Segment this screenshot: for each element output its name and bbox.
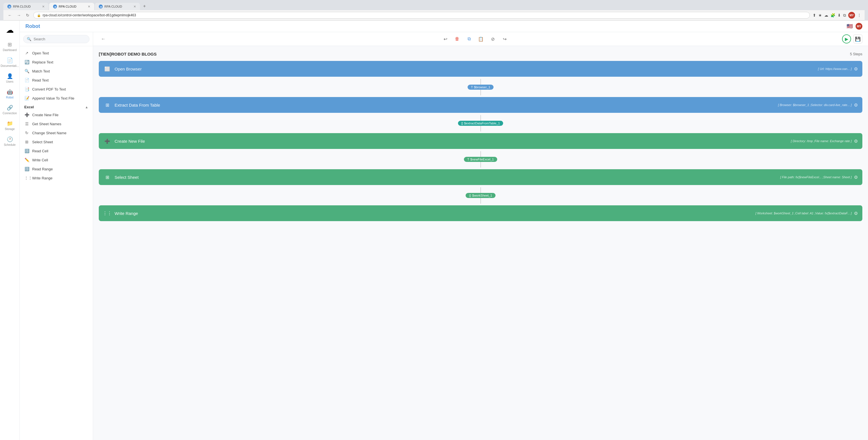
- read-cell-label: Read Cell: [32, 149, 48, 153]
- panel-item-convert-pdf[interactable]: 📑 Convert PDF To Text: [20, 85, 93, 94]
- back-button[interactable]: ←: [7, 12, 13, 18]
- read-range-label: Read Range: [32, 167, 53, 171]
- reload-button[interactable]: ↻: [25, 12, 30, 18]
- panel-list: ↗ Open Text 🔄 Replace Text 🔍 Match Text …: [20, 46, 93, 440]
- sidebar-item-connection[interactable]: 🔗 Connection: [1, 102, 18, 117]
- connector-3: T $newFileExcel_1: [99, 150, 862, 169]
- panel-item-match-text[interactable]: 🔍 Match Text: [20, 67, 93, 75]
- search-box[interactable]: 🔍: [23, 35, 89, 43]
- sidebar-item-storage[interactable]: 📁 Storage: [1, 118, 18, 133]
- sidebar-item-dashboard[interactable]: ⊞ Dashboard: [1, 39, 18, 54]
- sidebar-nav: ☁ ⊞ Dashboard 📄 Documentati... 👤 Users 🤖…: [0, 21, 20, 440]
- menu-icon[interactable]: ⋮: [857, 13, 861, 18]
- toolbar-left: ←: [99, 34, 108, 43]
- extract-data-name: Extract Data From Table: [115, 103, 778, 107]
- download-page-icon[interactable]: ⬆: [813, 13, 816, 18]
- tab-2[interactable]: RPA CLOUD ✕: [49, 3, 94, 10]
- flow-toolbar: ← ↩ 🗑 ⧉ 📋 ⊘ ↪ ▶ 💾: [93, 32, 868, 46]
- tab-1[interactable]: RPA CLOUD ✕: [3, 3, 49, 10]
- open-browser-icon: ⬜: [103, 65, 111, 73]
- delete-button[interactable]: 🗑: [453, 34, 462, 43]
- panel-item-select-sheet[interactable]: ⊞ Select Sheet: [20, 137, 93, 146]
- step-write-range-header[interactable]: ⋮⋮ Write Range [ Worksheet: $workSheet_1…: [99, 205, 862, 221]
- panel-item-change-sheet-name[interactable]: ↻ Change Sheet Name: [20, 128, 93, 137]
- run-button[interactable]: ▶: [842, 34, 851, 43]
- create-new-file-label: Create New File: [32, 113, 58, 117]
- flow-area: ← ↩ 🗑 ⧉ 📋 ⊘ ↪ ▶ 💾: [93, 32, 868, 440]
- panel-item-get-sheet-names[interactable]: ☰ Get Sheet Names: [20, 119, 93, 128]
- forward-button[interactable]: →: [16, 12, 22, 18]
- copy-button[interactable]: ⧉: [464, 34, 473, 43]
- open-browser-settings-icon[interactable]: ⚙: [854, 66, 858, 72]
- user-profile-avatar[interactable]: MY: [856, 23, 862, 30]
- dashboard-icon: ⊞: [8, 41, 12, 48]
- replace-text-label: Replace Text: [32, 60, 53, 64]
- save-button[interactable]: 💾: [853, 34, 862, 43]
- block-button[interactable]: ⊘: [488, 34, 497, 43]
- read-range-icon: 🔠: [24, 167, 29, 171]
- sidebar-label-users: Users: [6, 80, 13, 83]
- step-extract-data-header[interactable]: ⊞ Extract Data From Table [ Browser: $br…: [99, 97, 862, 113]
- paste-button[interactable]: 📋: [476, 34, 485, 43]
- sidebar-item-users[interactable]: 👤 Users: [1, 71, 18, 86]
- puzzle-icon[interactable]: 🧩: [831, 13, 835, 18]
- excel-section-toggle[interactable]: ▲: [85, 105, 88, 109]
- badge-text-1: $browser_1: [474, 86, 490, 89]
- replace-text-icon: 🔄: [24, 60, 29, 64]
- schedule-icon: 🕐: [7, 136, 13, 143]
- sidebar-item-robot[interactable]: 🤖 Robot: [1, 87, 18, 101]
- badge-type-3: T: [467, 158, 469, 161]
- write-range-step-params: [ Worksheet: $workSheet_1 ;Cell label: A…: [755, 212, 851, 215]
- panel-item-open-text[interactable]: ↗ Open Text: [20, 49, 93, 58]
- panel-item-read-cell[interactable]: 🔠 Read Cell: [20, 146, 93, 155]
- append-value-icon: 📝: [24, 96, 29, 100]
- undo-button[interactable]: ↩: [441, 34, 450, 43]
- split-screen-icon[interactable]: ⧉: [843, 13, 846, 18]
- create-file-settings-icon[interactable]: ⚙: [854, 138, 858, 144]
- tab-close-2[interactable]: ✕: [88, 5, 90, 8]
- open-text-icon: ↗: [24, 51, 29, 55]
- step-select-sheet-header[interactable]: ⊞ Select Sheet [ File path: fx($newFileE…: [99, 169, 862, 185]
- sidebar-label-connection: Connection: [3, 112, 17, 115]
- tab-favicon-2: [53, 4, 57, 8]
- tab-close-1[interactable]: ✕: [42, 5, 44, 8]
- connector-line-4: [480, 187, 481, 193]
- language-flag[interactable]: 🇺🇸: [846, 23, 853, 29]
- url-bar[interactable]: 🔒 rpa-cloud.io/control-center/workspace/…: [33, 12, 810, 19]
- back-to-list-button[interactable]: ←: [99, 34, 108, 43]
- search-input[interactable]: [34, 37, 86, 41]
- sidebar-item-documentation[interactable]: 📄 Documentati...: [1, 55, 18, 70]
- bookmark-icon[interactable]: ★: [818, 13, 822, 18]
- panel-item-create-new-file[interactable]: ➕ Create New File: [20, 110, 93, 119]
- badge-type-4: {}: [469, 194, 471, 197]
- cloud-icon[interactable]: ☁: [824, 13, 828, 18]
- write-range-settings-icon[interactable]: ⚙: [854, 211, 858, 216]
- tab-close-3[interactable]: ✕: [133, 5, 136, 8]
- sidebar-item-schedule[interactable]: 🕐 Schedule: [1, 134, 18, 149]
- tab-favicon-1: [7, 4, 11, 8]
- panel-item-read-text[interactable]: 📄 Read Text: [20, 75, 93, 85]
- select-sheet-settings-icon[interactable]: ⚙: [854, 175, 858, 180]
- new-tab-button[interactable]: +: [141, 2, 148, 10]
- change-sheet-name-icon: ↻: [24, 131, 29, 135]
- create-new-file-icon: ➕: [24, 113, 29, 117]
- tab-title-3: RPA CLOUD: [104, 5, 132, 8]
- step-create-file-header[interactable]: ➕ Create New File [ Directory: /tmp ;Fil…: [99, 133, 862, 149]
- create-file-name: Create New File: [115, 139, 791, 144]
- extract-data-settings-icon[interactable]: ⚙: [854, 102, 858, 108]
- header-actions: 🇺🇸 MY: [846, 23, 862, 30]
- extract-data-icon: ⊞: [103, 101, 111, 109]
- tab-title-2: RPA CLOUD: [59, 5, 86, 8]
- panel-item-write-range[interactable]: ⋮⋮ Write Range: [20, 174, 93, 183]
- tab-3[interactable]: RPA CLOUD ✕: [95, 3, 140, 10]
- redo-button[interactable]: ↪: [500, 34, 509, 43]
- panel-item-write-cell[interactable]: ✏️ Write Cell: [20, 155, 93, 164]
- panel-item-read-range[interactable]: 🔠 Read Range: [20, 164, 93, 174]
- output-badge-browser: T $browser_1: [468, 85, 494, 90]
- step-open-browser-header[interactable]: ⬜ Open Browser [ Url: https://www.oan...…: [99, 61, 862, 77]
- sidebar-label-dashboard: Dashboard: [3, 49, 17, 52]
- panel-item-replace-text[interactable]: 🔄 Replace Text: [20, 58, 93, 67]
- panel-item-append-value[interactable]: 📝 Append Value To Text File: [20, 94, 93, 103]
- extensions-icon[interactable]: ⬇: [838, 13, 841, 18]
- user-avatar[interactable]: MY: [848, 12, 855, 19]
